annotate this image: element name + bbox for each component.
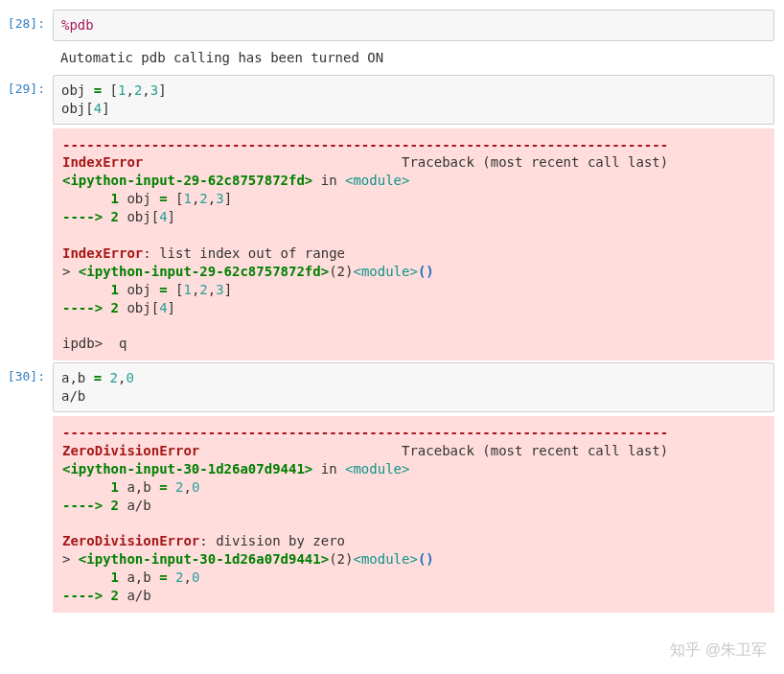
source-ref: <ipython-input-29-62c8757872fd>: [79, 264, 329, 279]
cell-28-in: [28]: %pdb: [0, 10, 774, 41]
module-ref: <module>: [345, 461, 409, 476]
cell-29-err: . --------------------------------------…: [0, 127, 774, 361]
cell-29-in: [29]: obj = [1,2,3] obj[4]: [0, 75, 774, 125]
code-input-29[interactable]: obj = [1,2,3] obj[4]: [53, 75, 774, 125]
error-name: ZeroDivisionError: [62, 443, 199, 458]
module-ref: <module>: [353, 551, 417, 567]
code-line: obj[4]: [61, 101, 110, 116]
lineno: 1: [111, 282, 119, 297]
cell-28-out: . Automatic pdb calling has been turned …: [0, 43, 774, 73]
lineno: 2: [111, 498, 119, 513]
prompt-empty: .: [0, 127, 53, 150]
prompt-in-29: [29]:: [0, 75, 53, 98]
lineno: 1: [111, 479, 119, 495]
module-ref: <module>: [353, 264, 417, 279]
lineno: 2: [111, 300, 119, 315]
dash-line: ----------------------------------------…: [62, 425, 668, 440]
error-message: : list index out of range: [143, 245, 345, 261]
error-output-29: ----------------------------------------…: [53, 128, 774, 361]
prompt-empty: .: [0, 414, 53, 437]
source-ref: <ipython-input-30-1d26a07d9441>: [62, 461, 312, 476]
error-name: IndexError: [62, 154, 143, 170]
cell-30-in: [30]: a,b = 2,0 a/b: [0, 362, 774, 412]
arrow-icon: ---->: [62, 588, 111, 603]
error-message: : division by zero: [199, 533, 345, 548]
code-input-30[interactable]: a,b = 2,0 a/b: [53, 362, 774, 412]
traceback-label: Traceback (most recent call last): [402, 443, 668, 458]
ipdb-prompt: ipdb> q: [62, 336, 127, 351]
arrow-icon: ---->: [62, 498, 111, 513]
code-line: a/b: [61, 388, 85, 404]
module-ref: <module>: [345, 173, 409, 188]
cell-30-err: . --------------------------------------…: [0, 414, 774, 613]
stream-output-28: Automatic pdb calling has been turned ON: [53, 43, 774, 73]
source-ref: <ipython-input-30-1d26a07d9441>: [79, 551, 329, 567]
lineno: 2: [111, 209, 119, 224]
lineno: 2: [111, 588, 119, 603]
code-input-28[interactable]: %pdb: [53, 10, 774, 41]
dash-line: ----------------------------------------…: [62, 137, 668, 152]
code-line: a,b = 2,0: [61, 370, 134, 385]
error-name: IndexError: [62, 245, 143, 261]
arrow-icon: ---->: [62, 300, 111, 315]
prompt-in-30: [30]:: [0, 362, 53, 385]
traceback-label: Traceback (most recent call last): [402, 154, 668, 170]
source-ref: <ipython-input-29-62c8757872fd>: [62, 173, 312, 188]
prompt-empty: .: [0, 43, 53, 66]
lineno: 1: [111, 191, 119, 206]
error-name: ZeroDivisionError: [62, 533, 199, 548]
code-line: obj = [1,2,3]: [61, 82, 167, 98]
prompt-in-28: [28]:: [0, 10, 53, 33]
magic-token: %pdb: [61, 17, 94, 33]
error-output-30: ----------------------------------------…: [53, 416, 774, 613]
lineno: 1: [111, 569, 119, 585]
arrow-icon: ---->: [62, 209, 111, 224]
